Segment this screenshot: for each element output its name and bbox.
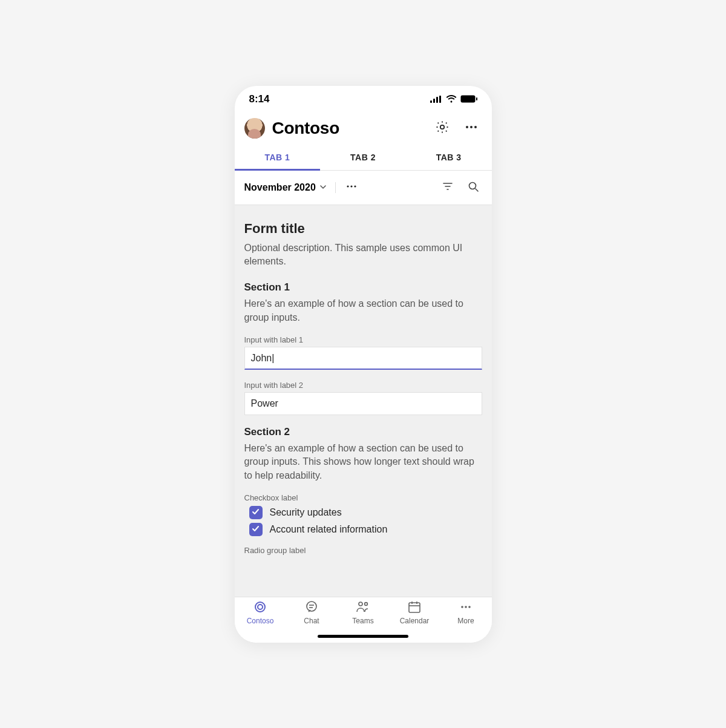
svg-point-20 <box>307 602 316 611</box>
form-title: Form title <box>244 221 482 237</box>
nav-contoso[interactable]: Contoso <box>235 601 286 643</box>
nav-teams-label: Teams <box>352 617 373 625</box>
tab-1[interactable]: TAB 1 <box>235 145 321 170</box>
svg-rect-4 <box>460 96 475 103</box>
teams-icon <box>355 600 371 616</box>
input-1-label: Input with label 1 <box>244 335 482 344</box>
settings-button[interactable] <box>431 117 453 139</box>
nav-more[interactable]: More <box>440 601 492 643</box>
svg-point-24 <box>365 603 368 606</box>
svg-rect-5 <box>476 97 477 100</box>
svg-point-12 <box>354 185 356 187</box>
svg-point-9 <box>474 126 477 128</box>
input-2[interactable] <box>244 392 482 415</box>
more-horizontal-icon <box>459 600 473 616</box>
checkbox-2-label: Account related information <box>270 524 388 535</box>
svg-point-6 <box>440 125 443 128</box>
nav-chat-label: Chat <box>304 617 319 625</box>
checkbox-2[interactable] <box>249 523 263 536</box>
svg-rect-25 <box>409 603 420 612</box>
input-2-label: Input with label 2 <box>244 381 482 390</box>
calendar-icon <box>407 600 422 616</box>
toolbar-more-button[interactable] <box>343 177 360 198</box>
svg-rect-0 <box>430 100 432 103</box>
chat-icon <box>304 600 319 616</box>
svg-rect-3 <box>439 96 441 103</box>
tab-2[interactable]: TAB 2 <box>320 145 406 170</box>
checkbox-1[interactable] <box>249 506 263 519</box>
section-1-title: Section 1 <box>244 281 482 293</box>
section-1-description: Here's an example of how a section can b… <box>244 297 482 324</box>
section-2-title: Section 2 <box>244 426 482 438</box>
svg-point-19 <box>258 605 263 609</box>
more-horizontal-icon <box>465 120 478 136</box>
more-button[interactable] <box>460 117 482 139</box>
form-content[interactable]: Form title Optional description. This sa… <box>235 205 492 597</box>
contoso-icon <box>253 600 267 616</box>
search-icon <box>468 181 479 194</box>
svg-point-10 <box>347 185 348 187</box>
app-title: Contoso <box>272 119 424 138</box>
check-icon <box>252 524 260 535</box>
more-horizontal-icon <box>346 181 357 194</box>
wifi-icon <box>446 95 457 103</box>
radio-group-label: Radio group label <box>244 546 482 555</box>
section-2-description: Here's an example of how a section can b… <box>244 442 482 482</box>
date-dropdown[interactable]: November 2020 <box>244 182 336 193</box>
chevron-down-icon <box>319 182 327 193</box>
tabs: TAB 1 TAB 2 TAB 3 <box>235 145 492 171</box>
svg-point-30 <box>465 606 467 608</box>
status-time: 8:14 <box>249 93 270 105</box>
form-description: Optional description. This sample uses c… <box>244 241 482 269</box>
checkbox-group-label: Checkbox label <box>244 493 482 502</box>
svg-point-31 <box>468 606 471 608</box>
svg-point-23 <box>359 602 362 606</box>
svg-point-29 <box>461 606 463 608</box>
checkbox-row-1[interactable]: Security updates <box>249 506 482 519</box>
svg-point-7 <box>466 126 468 128</box>
svg-rect-1 <box>433 99 435 103</box>
status-bar: 8:14 <box>235 86 492 113</box>
app-header: Contoso <box>235 113 492 145</box>
svg-rect-2 <box>436 97 438 103</box>
nav-calendar-label: Calendar <box>400 617 430 625</box>
checkbox-1-label: Security updates <box>270 507 342 518</box>
home-indicator <box>318 635 408 638</box>
svg-point-8 <box>470 126 473 128</box>
filter-icon <box>442 181 453 194</box>
cellular-icon <box>430 96 442 103</box>
date-dropdown-label: November 2020 <box>244 182 316 193</box>
tab-3[interactable]: TAB 3 <box>406 145 492 170</box>
nav-more-label: More <box>457 617 474 625</box>
svg-point-18 <box>255 602 265 612</box>
avatar[interactable] <box>244 118 265 139</box>
toolbar: November 2020 <box>235 171 492 205</box>
check-icon <box>252 507 260 518</box>
svg-point-16 <box>469 182 476 189</box>
nav-contoso-label: Contoso <box>247 617 274 625</box>
filter-button[interactable] <box>439 177 457 198</box>
svg-line-17 <box>476 189 478 191</box>
phone-frame: 8:14 Contoso TAB 1 <box>235 86 492 643</box>
input-1[interactable] <box>244 347 482 370</box>
checkbox-row-2[interactable]: Account related information <box>249 523 482 536</box>
svg-point-11 <box>350 185 352 187</box>
battery-icon <box>460 95 477 103</box>
gear-icon <box>435 120 450 137</box>
search-button[interactable] <box>464 177 482 198</box>
